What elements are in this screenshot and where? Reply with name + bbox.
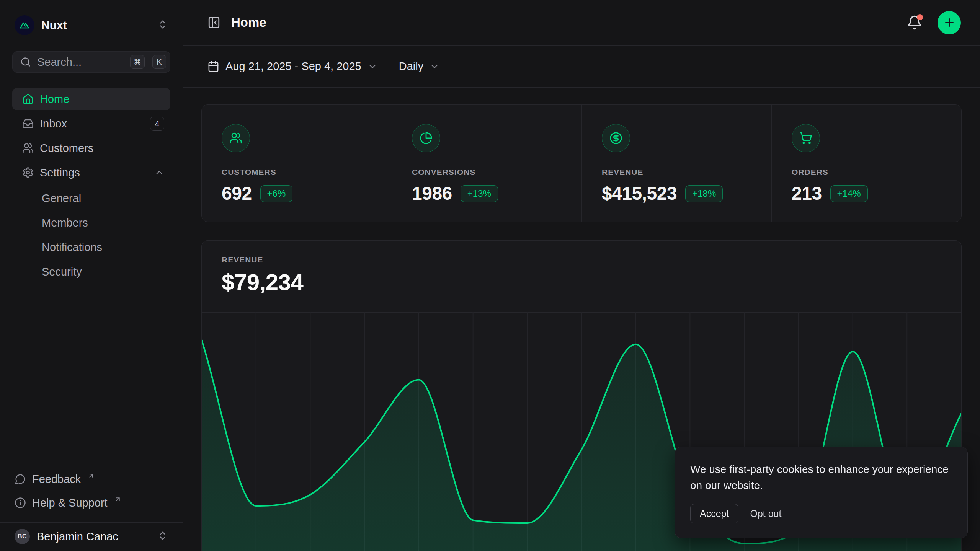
house-icon (22, 93, 34, 105)
stat-card-orders: ORDERS 213 +14% (771, 105, 961, 222)
chevrons-up-down-icon (157, 530, 168, 543)
sidebar-item-home[interactable]: Home (12, 88, 170, 110)
page-title: Home (231, 15, 266, 30)
inbox-icon (22, 118, 34, 129)
topbar-actions (907, 11, 961, 34)
add-button[interactable] (938, 11, 961, 34)
chevron-down-icon (368, 62, 377, 72)
granularity-value: Daily (399, 60, 423, 73)
stat-value: 692 (222, 183, 252, 204)
users-icon (22, 142, 34, 154)
workspace-name: Nuxt (41, 19, 150, 32)
date-range-picker[interactable]: Aug 21, 2025 - Sep 4, 2025 (207, 60, 377, 73)
inbox-count-badge: 4 (150, 117, 164, 131)
sidebar-item-general[interactable]: General (42, 186, 170, 210)
search-placeholder: Search... (37, 56, 122, 68)
stat-card-conversions: CONVERSIONS 1986 +13% (392, 105, 581, 222)
stat-value: 213 (792, 183, 822, 204)
sidebar-item-label: Inbox (40, 117, 67, 130)
stats-row: CUSTOMERS 692 +6% CONVERSIONS 1986 +13% (201, 104, 962, 222)
nuxt-logo-icon (15, 15, 34, 35)
cookie-message: We use first-party cookies to enhance yo… (690, 461, 952, 493)
sidebar-item-label: Settings (40, 166, 80, 179)
cookie-actions: Accept Opt out (690, 504, 952, 523)
search-input[interactable]: Search... ⌘ K (12, 51, 170, 73)
user-name: Benjamin Canac (37, 530, 150, 543)
info-circle-icon (15, 497, 26, 509)
stat-label: ORDERS (792, 168, 941, 177)
notifications-button[interactable] (907, 15, 922, 30)
sidebar-item-notifications[interactable]: Notifications (42, 235, 170, 259)
sidebar-item-label: Customers (40, 142, 93, 155)
feedback-label: Feedback (32, 473, 81, 486)
sidebar-item-inbox[interactable]: Inbox 4 (12, 112, 170, 135)
chevrons-up-down-icon (157, 19, 168, 31)
help-support-link[interactable]: Help & Support (12, 492, 170, 514)
kbd-k: K (152, 55, 166, 69)
user-section: BC Benjamin Canac (0, 522, 183, 551)
stat-card-revenue: REVENUE $415,523 +18% (581, 105, 771, 222)
pie-chart-icon (412, 124, 440, 152)
avatar: BC (15, 529, 30, 544)
circle-dollar-icon (602, 124, 630, 152)
message-circle-icon (15, 473, 26, 485)
stat-delta-badge: +18% (685, 185, 723, 202)
workspace-switcher[interactable]: Nuxt (12, 0, 170, 35)
feedback-link[interactable]: Feedback (12, 468, 170, 490)
stat-label: CUSTOMERS (222, 168, 372, 177)
date-range-value: Aug 21, 2025 - Sep 4, 2025 (225, 60, 361, 73)
sidebar-item-members[interactable]: Members (42, 210, 170, 235)
sidebar-item-security[interactable]: Security (42, 259, 170, 284)
shopping-cart-icon (792, 124, 820, 152)
search-icon (20, 57, 31, 67)
stat-label: CONVERSIONS (412, 168, 562, 177)
accept-button[interactable]: Accept (690, 504, 738, 523)
sidebar-item-settings[interactable]: Settings (12, 161, 170, 184)
filter-toolbar: Aug 21, 2025 - Sep 4, 2025 Daily (183, 46, 980, 88)
stat-delta-badge: +6% (260, 185, 293, 202)
external-link-icon (114, 496, 121, 503)
sidebar-item-customers[interactable]: Customers (12, 137, 170, 159)
panel-left-close-icon[interactable] (207, 16, 220, 29)
stat-delta-badge: +13% (461, 185, 498, 202)
gear-icon (22, 167, 34, 178)
revenue-chart-label: REVENUE (222, 255, 941, 264)
calendar-icon (207, 60, 219, 72)
stat-card-customers: CUSTOMERS 692 +6% (202, 105, 392, 222)
sidebar-footer: Feedback Help & Support (12, 468, 170, 517)
stat-value: 1986 (412, 183, 452, 204)
revenue-chart-header: REVENUE $79,234 (202, 241, 961, 295)
revenue-chart-value: $79,234 (222, 269, 941, 295)
opt-out-button[interactable]: Opt out (745, 504, 787, 523)
unread-dot (917, 14, 923, 20)
settings-subnav: General Members Notifications Security (28, 186, 170, 284)
stat-label: REVENUE (602, 168, 751, 177)
help-support-label: Help & Support (32, 497, 108, 509)
sidebar: Nuxt Search... ⌘ K Home Inbox 4 (0, 0, 183, 551)
plus-icon (943, 16, 956, 29)
chevron-down-icon (430, 62, 439, 72)
sidebar-item-label: Home (40, 93, 69, 106)
sidebar-nav: Home Inbox 4 Customers Settings Ge (12, 88, 170, 284)
cookie-banner: We use first-party cookies to enhance yo… (675, 447, 968, 538)
user-menu[interactable]: BC Benjamin Canac (15, 529, 168, 544)
chevron-up-icon (154, 168, 164, 178)
topbar: Home (183, 0, 980, 46)
external-link-icon (88, 472, 95, 479)
kbd-cmd: ⌘ (130, 55, 145, 69)
stat-delta-badge: +14% (830, 185, 868, 202)
granularity-select[interactable]: Daily (399, 60, 439, 73)
users-icon (222, 124, 250, 152)
stat-value: $415,523 (602, 183, 677, 204)
